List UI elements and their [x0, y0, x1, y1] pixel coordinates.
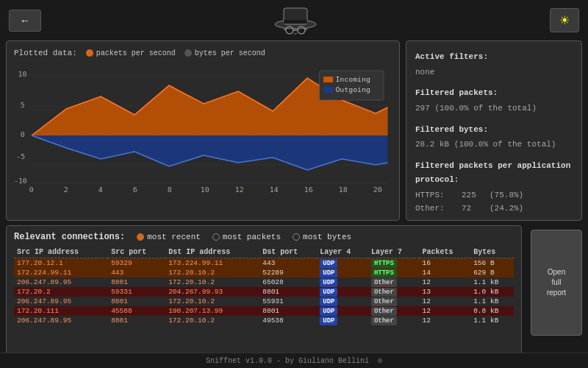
layer4-badge: UDP	[320, 316, 337, 325]
svg-text:12: 12	[235, 185, 244, 192]
svg-text:Outgoing: Outgoing	[335, 85, 370, 93]
cell-bytes: 1.1 kB	[470, 316, 514, 325]
cell-dst-ip: 172.20.10.2	[165, 297, 259, 306]
col-src-ip: Src IP address	[14, 247, 108, 258]
back-button[interactable]: ←	[9, 10, 41, 32]
svg-text:5: 5	[21, 101, 25, 108]
cell-bytes: 1.1 kB	[470, 297, 514, 306]
proto-https-count: 225	[462, 188, 484, 202]
table-header-row: Src IP address Src port Dst IP address D…	[14, 247, 514, 258]
footer-text: Sniffnet v1.0.0 - by Giuliano Bellini	[206, 357, 369, 365]
cell-layer4: UDP	[317, 306, 368, 316]
cell-bytes: 1.0 kB	[470, 287, 514, 297]
table-row[interactable]: 172.20.111 45588 190.207.13.99 8801 UDP …	[14, 306, 514, 316]
layer7-badge: Other	[371, 297, 397, 306]
cell-src-port: 8801	[108, 277, 165, 287]
svg-text:8: 8	[168, 185, 172, 192]
table-row[interactable]: 172.224.99.11 443 172.20.10.2 52289 UDP …	[14, 268, 514, 277]
cell-src-ip: 172.20.2	[14, 287, 108, 297]
filter-most-packets[interactable]: most packets	[212, 233, 281, 241]
legend-packets-label: packets per second	[96, 49, 176, 57]
logo-icon	[273, 4, 318, 37]
connections-header: Relevant connections: most recent most p…	[14, 232, 514, 242]
cell-bytes: 629 B	[470, 268, 514, 277]
svg-text:-10: -10	[14, 177, 27, 184]
svg-rect-32	[323, 77, 333, 82]
col-dst-port: Dst port	[259, 247, 317, 258]
svg-text:20: 20	[373, 185, 382, 192]
footer: Sniffnet v1.0.0 - by Giuliano Bellini ⊙	[0, 353, 588, 368]
layer4-badge: UDP	[320, 269, 337, 277]
cell-src-ip: 206.247.89.95	[14, 297, 108, 306]
header: ← ☀	[0, 0, 588, 40]
cell-bytes: 0.8 kB	[470, 306, 514, 316]
cell-packets: 14	[420, 268, 471, 277]
chart-title: Plotted data: packets per second bytes p…	[14, 49, 392, 57]
chart-panel: Plotted data: packets per second bytes p…	[6, 40, 400, 221]
cell-layer7: HTTPS	[368, 258, 420, 269]
chart-title-label: Plotted data:	[14, 49, 77, 57]
svg-text:0: 0	[21, 130, 25, 138]
cell-packets: 12	[420, 297, 471, 306]
theme-toggle-button[interactable]: ☀	[550, 8, 579, 32]
github-icon[interactable]: ⊙	[378, 357, 382, 365]
cell-dst-ip: 172.20.10.2	[165, 268, 259, 277]
legend-bytes-dot	[184, 49, 192, 57]
layer4-badge: UDP	[320, 278, 337, 287]
cell-dst-port: 8801	[259, 306, 317, 316]
col-dst-ip: Dst IP address	[165, 247, 259, 258]
cell-bytes: 1.1 kB	[470, 277, 514, 287]
layer7-badge: Other	[371, 278, 397, 287]
filter-most-recent[interactable]: most recent	[137, 233, 201, 241]
legend-packets-dot	[86, 49, 93, 57]
cell-layer7: Other	[368, 316, 420, 325]
table-row[interactable]: 206.247.89.95 8801 172.20.10.2 49538 UDP…	[14, 316, 514, 325]
col-src-port: Src port	[108, 247, 165, 258]
cell-src-port: 59331	[108, 287, 165, 297]
radio-most-bytes-icon	[293, 233, 300, 241]
cell-src-port: 443	[108, 268, 165, 277]
cell-src-port: 59329	[108, 258, 165, 269]
cell-layer7: HTTPS	[368, 268, 420, 277]
svg-text:-5: -5	[16, 152, 25, 160]
table-row[interactable]: 177.20.12.1 59329 173.224.99.11 443 UDP …	[14, 258, 514, 269]
cell-dst-port: 65028	[259, 277, 317, 287]
table-row[interactable]: 172.20.2 59331 204.267.99.93 8801 UDP Ot…	[14, 287, 514, 297]
cell-dst-port: 8801	[259, 287, 317, 297]
svg-text:0: 0	[29, 185, 34, 192]
bottom-wrapper: Relevant connections: most recent most p…	[0, 225, 588, 354]
col-layer4: Layer 4	[317, 247, 368, 258]
cell-layer4: UDP	[317, 258, 368, 269]
cell-layer4: UDP	[317, 287, 368, 297]
layer7-badge: Other	[371, 288, 397, 297]
svg-rect-2	[284, 20, 307, 24]
connections-panel: Relevant connections: most recent most p…	[6, 225, 522, 354]
filter-most-bytes[interactable]: most bytes	[293, 233, 351, 241]
layer4-badge: UDP	[320, 259, 337, 268]
svg-text:6: 6	[133, 185, 137, 192]
cell-layer4: UDP	[317, 297, 368, 306]
proto-row-other: Other: 72 (24.2%)	[415, 202, 573, 216]
cell-src-ip: 177.20.12.1	[14, 258, 108, 269]
filtered-bytes-value: 28.2 kB (100.0% of the total)	[415, 138, 573, 152]
proto-other-count: 72	[462, 202, 484, 216]
cell-packets: 13	[420, 287, 471, 297]
cell-dst-port: 52289	[259, 268, 317, 277]
cell-dst-port: 49538	[259, 316, 317, 325]
cell-src-port: 8801	[108, 297, 165, 306]
layer7-badge: Other	[371, 307, 397, 316]
table-row[interactable]: 206.247.89.95 8801 172.20.10.2 65028 UDP…	[14, 277, 514, 287]
cell-dst-ip: 190.207.13.99	[165, 306, 259, 316]
proto-row-https: HTTPS: 225 (75.8%)	[415, 188, 573, 202]
radio-most-recent-icon	[137, 233, 144, 241]
svg-text:18: 18	[339, 185, 348, 192]
svg-text:16: 16	[304, 185, 313, 192]
chart-svg: 10 5 0 -5 -10	[14, 63, 392, 192]
cell-layer7: Other	[368, 306, 420, 316]
layer4-badge: UDP	[320, 307, 337, 316]
open-full-report-button[interactable]: Open full report	[531, 230, 582, 336]
table-row[interactable]: 206.247.89.95 8801 172.20.10.2 55931 UDP…	[14, 297, 514, 306]
svg-rect-34	[323, 87, 333, 93]
filter-most-recent-label: most recent	[147, 233, 201, 241]
svg-text:10: 10	[201, 185, 209, 192]
